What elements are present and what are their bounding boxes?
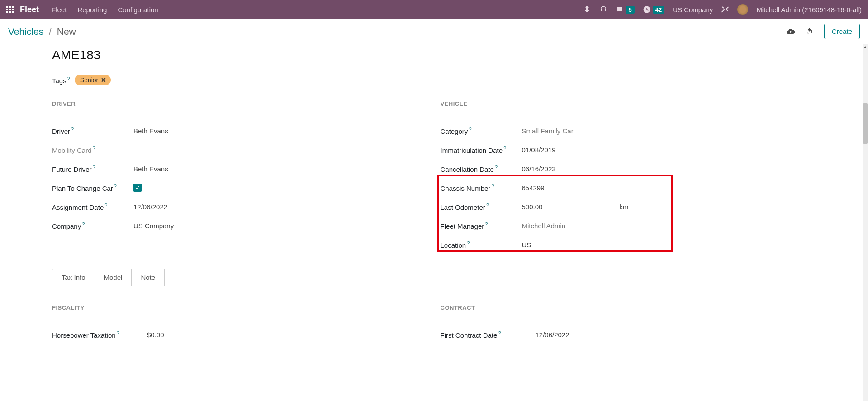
- help-icon[interactable]: ?: [503, 146, 506, 151]
- help-icon[interactable]: ?: [114, 184, 117, 189]
- menu-configuration[interactable]: Configuration: [118, 6, 158, 14]
- fiscality-section-title: FISCALITY: [52, 304, 422, 315]
- apps-icon[interactable]: [6, 6, 14, 13]
- company-label: Company?: [52, 222, 133, 230]
- category-label: Category?: [441, 127, 522, 135]
- immat-date-value[interactable]: 01/08/2019: [522, 146, 556, 154]
- activities-button[interactable]: 42: [643, 5, 664, 14]
- bug-icon[interactable]: [583, 5, 591, 14]
- tag-label: Senior: [80, 76, 98, 84]
- tag-senior[interactable]: Senior ✕: [75, 75, 111, 85]
- tools-icon[interactable]: [721, 5, 729, 14]
- create-button[interactable]: Create: [824, 24, 860, 39]
- vehicle-section-title: VEHICLE: [441, 100, 811, 111]
- chat-icon: [616, 5, 624, 14]
- plan-change-checkbox[interactable]: ✓: [133, 184, 142, 192]
- app-title: Fleet: [20, 5, 39, 14]
- contract-section-title: CONTRACT: [441, 304, 811, 315]
- assignment-date-label: Assignment Date?: [52, 203, 133, 211]
- help-icon[interactable]: ?: [71, 127, 74, 132]
- driver-value[interactable]: Beth Evans: [133, 127, 168, 135]
- help-icon[interactable]: ?: [104, 203, 107, 208]
- cloud-upload-icon[interactable]: [786, 27, 795, 36]
- menu-fleet[interactable]: Fleet: [52, 6, 66, 14]
- messages-button[interactable]: 5: [616, 5, 634, 14]
- help-icon[interactable]: ?: [498, 330, 501, 336]
- hp-tax-value[interactable]: $0.00: [147, 331, 164, 339]
- hp-tax-label: Horsepower Taxation?: [52, 330, 147, 339]
- highlight-annotation: [437, 175, 673, 252]
- tab-tax-info[interactable]: Tax Info: [52, 269, 95, 286]
- tags-label: Tags?: [52, 76, 70, 85]
- first-contract-label: First Contract Date?: [441, 330, 536, 339]
- tag-remove-icon[interactable]: ✕: [101, 76, 106, 84]
- cancel-date-value[interactable]: 06/16/2023: [522, 165, 556, 173]
- breadcrumb-current: New: [57, 26, 76, 37]
- scrollbar[interactable]: ▲: [863, 44, 868, 401]
- top-navbar: Fleet Fleet Reporting Configuration 5 42…: [0, 0, 868, 19]
- license-plate-value[interactable]: AME183: [52, 48, 811, 62]
- license-plate-label: License Plate: [52, 44, 811, 46]
- first-contract-value[interactable]: 12/06/2022: [536, 331, 569, 339]
- category-value[interactable]: Small Family Car: [522, 127, 574, 135]
- company-value[interactable]: US Company: [133, 222, 174, 230]
- help-icon[interactable]: ?: [93, 165, 95, 170]
- activities-count: 42: [653, 6, 664, 14]
- scrollbar-thumb[interactable]: [863, 103, 868, 144]
- help-icon[interactable]: ?: [93, 146, 95, 151]
- assignment-date-value[interactable]: 12/06/2022: [133, 203, 167, 211]
- help-icon[interactable]: ?: [469, 127, 471, 132]
- menu-reporting[interactable]: Reporting: [77, 6, 107, 14]
- form-sheet: License Plate AME183 Tags? Senior ✕ DRIV…: [0, 44, 863, 344]
- breadcrumb-sep: /: [49, 26, 52, 37]
- breadcrumb: Vehicles / New: [8, 26, 76, 37]
- breadcrumb-root[interactable]: Vehicles: [8, 26, 43, 37]
- driver-section-title: DRIVER: [52, 100, 422, 111]
- scroll-up-icon[interactable]: ▲: [863, 44, 868, 50]
- tab-note[interactable]: Note: [131, 269, 165, 286]
- immat-date-label: Immatriculation Date?: [441, 146, 522, 154]
- tab-model[interactable]: Model: [95, 269, 132, 286]
- mobility-card-label: Mobility Card?: [52, 146, 133, 154]
- driver-label: Driver?: [52, 127, 133, 135]
- user-menu[interactable]: Mitchell Admin (21609148-16-0-all): [756, 6, 862, 14]
- help-icon[interactable]: ?: [117, 330, 119, 336]
- messages-count: 5: [626, 6, 634, 14]
- company-selector[interactable]: US Company: [673, 6, 713, 14]
- discard-icon[interactable]: [805, 27, 814, 36]
- tab-bar: Tax Info Model Note: [52, 269, 811, 286]
- future-driver-label: Future Driver?: [52, 165, 133, 173]
- support-icon[interactable]: [599, 5, 607, 14]
- clock-icon: [643, 5, 651, 14]
- plan-change-label: Plan To Change Car?: [52, 184, 133, 192]
- cancel-date-label: Cancellation Date?: [441, 165, 522, 173]
- help-icon[interactable]: ?: [495, 165, 498, 170]
- help-icon[interactable]: ?: [67, 76, 70, 81]
- future-driver-value[interactable]: Beth Evans: [133, 165, 168, 173]
- control-panel: Vehicles / New Create: [0, 19, 868, 44]
- help-icon[interactable]: ?: [82, 222, 85, 227]
- avatar[interactable]: [737, 4, 748, 15]
